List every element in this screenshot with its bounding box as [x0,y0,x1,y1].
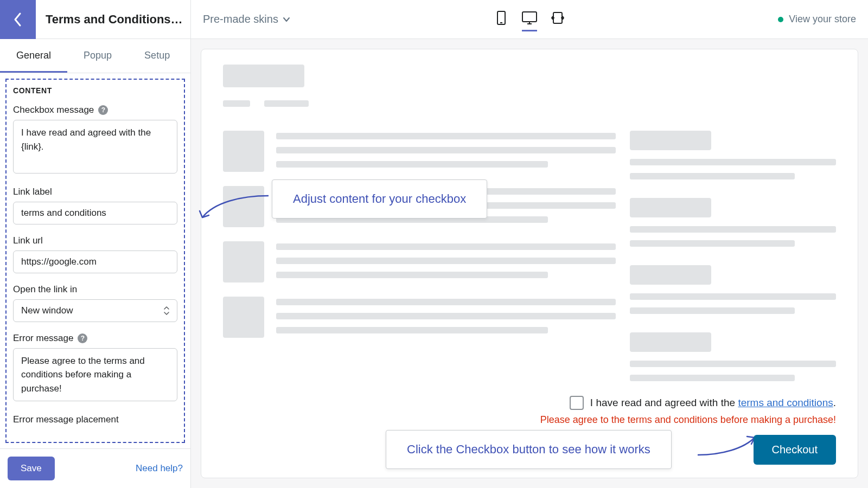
skeleton-thumb [223,131,264,172]
link-label-input[interactable] [13,202,177,224]
skeleton-line [630,361,836,367]
skeleton-line [630,307,795,314]
status-dot-icon [778,17,783,22]
link-url-input[interactable] [13,251,177,273]
view-store-label: View your store [789,14,856,25]
open-link-select[interactable]: New window [13,299,177,322]
desktop-icon [522,11,537,24]
skeleton-thumb [223,297,264,338]
skeleton-block [630,198,711,217]
skeleton-line [276,299,616,305]
sidebar-tabs: General Popup Setup [0,39,190,73]
error-message-label: Error message [13,333,73,344]
skeleton-line [276,272,548,278]
mobile-icon [497,11,506,25]
device-desktop-button[interactable] [522,8,537,31]
panel-title: Terms and Conditions Ch… [36,12,190,27]
device-mobile-button[interactable] [494,8,509,31]
skeleton-line [276,147,616,153]
preview-canvas: Adjust content for your checkbox Click t… [201,49,858,478]
skeleton-line [276,327,548,333]
save-button[interactable]: Save [8,457,55,480]
link-url-label: Link url [13,235,177,246]
skins-dropdown[interactable]: Pre-made skins [203,13,290,25]
error-message-input[interactable]: Please agree to the terms and conditions… [13,348,177,402]
skeleton-line [630,226,836,233]
skeleton-line [276,258,616,264]
skeleton-block [630,131,711,150]
consent-text: I have read and agreed with the terms an… [590,397,836,409]
skeleton-line [264,100,309,107]
skeleton-line [630,375,795,381]
checkbox-message-input[interactable]: I have read and agreed with the {link}. [13,120,177,174]
svg-rect-5 [553,12,562,23]
need-help-link[interactable]: Need help? [136,463,183,474]
skeleton-block [223,65,304,87]
skeleton-thumb [223,241,264,282]
help-icon[interactable]: ? [98,105,108,115]
back-button[interactable] [0,0,36,39]
svg-rect-2 [522,12,537,22]
terms-link[interactable]: terms and conditions [738,397,833,408]
tab-setup[interactable]: Setup [128,39,186,73]
skeleton-block [630,332,711,352]
device-fullwidth-button[interactable] [550,8,565,31]
arrow-icon [198,191,274,224]
callout-adjust-content: Adjust content for your checkbox [272,179,487,219]
skeleton-line [630,293,836,300]
content-section-label: CONTENT [13,86,177,95]
arrow-icon [695,432,760,459]
skeleton-line [276,313,616,319]
skeleton-line [630,240,795,247]
skeleton-line [276,133,616,139]
error-placement-label: Error message placement [13,414,177,425]
skeleton-line [276,161,548,168]
chevron-left-icon [13,11,23,28]
skeleton-line [630,173,795,179]
tab-general[interactable]: General [0,39,67,73]
tab-popup[interactable]: Popup [67,39,128,73]
callout-click-checkbox: Click the Checkbox button to see how it … [386,430,672,469]
checkout-button[interactable]: Checkout [754,435,837,465]
content-section-highlight: CONTENT Checkbox message ? I have read a… [5,79,185,443]
link-label-label: Link label [13,187,177,197]
skeleton-line [276,243,616,250]
consent-error-text: Please agree to the terms and conditions… [540,414,836,426]
skeleton-line [223,100,250,107]
open-link-label: Open the link in [13,284,177,295]
view-store-link[interactable]: View your store [778,14,856,25]
chevron-down-icon [283,17,290,22]
expand-icon [551,12,564,24]
checkbox-message-label: Checkbox message [13,105,94,115]
skeleton-line [630,159,836,165]
skins-dropdown-label: Pre-made skins [203,13,278,25]
help-icon[interactable]: ? [78,333,87,343]
skeleton-block [630,265,711,285]
terms-checkbox[interactable] [570,396,584,410]
